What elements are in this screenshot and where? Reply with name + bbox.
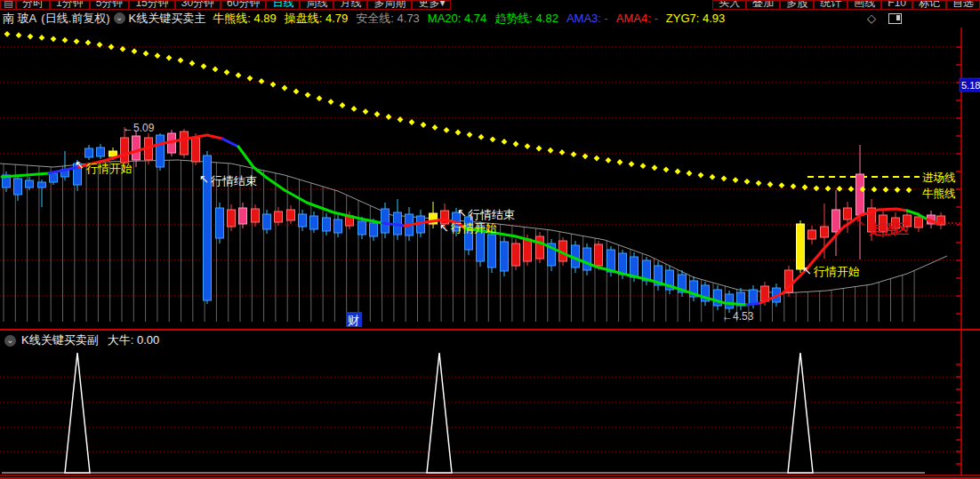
bull-bear-diamond — [594, 156, 600, 162]
bull-bear-diamond — [189, 60, 196, 67]
candle-body — [797, 224, 805, 269]
bull-bear-diamond — [767, 181, 774, 188]
candle-body — [844, 208, 852, 220]
bull-bear-diamond — [132, 48, 138, 54]
bull-bear-diamond — [293, 89, 300, 95]
candle-body — [121, 138, 129, 163]
candle-body — [85, 148, 93, 157]
candle-body — [832, 210, 840, 232]
bull-bear-diamond — [675, 169, 681, 175]
bull-bear-diamond — [895, 187, 901, 193]
annotation-label: 行情开始 — [85, 162, 133, 175]
candle-body — [26, 180, 34, 188]
bull-bear-diamond — [478, 134, 485, 140]
period-label: (日线.前复权) — [41, 11, 109, 27]
bull-bear-diamond — [629, 161, 635, 167]
candle-body — [619, 253, 627, 275]
bull-bear-diamond — [28, 34, 34, 40]
bull-bear-diamond — [363, 108, 369, 115]
bull-bear-diamond — [85, 39, 92, 45]
candle-body — [583, 248, 591, 270]
bull-bear-diamond — [51, 36, 57, 42]
bull-bear-diamond — [710, 174, 716, 180]
candle-body — [382, 209, 390, 233]
chart-canvas[interactable]: 5.18财进场线牛熊线←5.09←4.53↖行情开始↖行情结束↖行情结束↖行情开… — [0, 0, 980, 479]
diamond-icon[interactable]: ◇ — [867, 12, 876, 25]
candle-body — [252, 209, 260, 222]
bull-bear-diamond — [663, 166, 670, 172]
bull-bear-diamond — [62, 37, 68, 44]
candle-body — [109, 151, 117, 156]
sub-indicator-header: ⌄ K线关键买卖副 大牛: 0.00 — [0, 332, 159, 348]
annotation-arrow-icon: ↖ — [802, 264, 812, 277]
bull-bear-diamond — [571, 151, 577, 157]
candle-body — [821, 227, 829, 237]
bull-bear-diamond — [698, 172, 704, 179]
candle-body — [239, 208, 247, 224]
signal-spike — [427, 353, 452, 473]
bull-bear-diamond — [721, 175, 727, 181]
bull-bear-diamond — [467, 132, 473, 138]
bull-bear-diamond — [837, 186, 843, 192]
bull-bear-diamond — [16, 32, 22, 38]
bull-bear-diamond — [779, 182, 785, 188]
bull-bear-diamond — [386, 114, 392, 120]
trend-line — [747, 303, 760, 305]
indicator-value-MA20: MA20: 4.74 — [428, 12, 487, 25]
annotation-label: 行情开始 — [813, 265, 860, 278]
candle-body — [97, 148, 105, 156]
window-layout-icon[interactable] — [888, 13, 902, 24]
bull-bear-diamond — [74, 38, 80, 44]
candle-body — [524, 239, 532, 261]
candle-body — [275, 212, 283, 222]
chevron-down-icon[interactable]: ⌄ — [4, 335, 16, 347]
period-menu: ▤分时1分钟5分钟15分钟30分钟60分钟日线周线月线多周期更多▾ — [0, 0, 451, 9]
bull-bear-diamond — [733, 177, 739, 183]
bull-bear-diamond — [444, 127, 450, 133]
bull-bear-diamond — [432, 124, 438, 131]
bull-bear-diamond — [548, 148, 554, 154]
candle-body — [512, 243, 520, 266]
indicator-value-安全线: 安全线: 4.73 — [356, 12, 420, 25]
bull-bear-diamond — [802, 184, 808, 190]
annotation-arrow-icon: ↖ — [439, 221, 449, 235]
candle-body — [808, 230, 816, 239]
stock-name: 南 玻A — [3, 11, 36, 27]
indicator-value-趋势线: 趋势线: 4.82 — [494, 12, 558, 25]
bull-bear-diamond — [155, 52, 161, 59]
bull-bear-diamond — [108, 44, 115, 50]
bull-bear-diamond — [374, 111, 381, 117]
candle-body — [595, 244, 603, 266]
bull-bear-diamond — [247, 76, 253, 82]
indicator-value-AMA4: AMA4: - — [616, 12, 658, 25]
candle-body — [38, 182, 46, 188]
annotation-label: 走强区 — [868, 221, 909, 236]
annotation-label: 行情开始 — [450, 221, 497, 235]
bull-bear-diamond — [305, 92, 311, 98]
bull-bear-diamond — [640, 163, 647, 169]
chevron-down-icon[interactable]: ⌄ — [114, 12, 125, 24]
bull-bear-diamond — [906, 187, 912, 193]
trend-line — [238, 147, 382, 223]
annotation-arrow-icon: ↖ — [457, 206, 467, 220]
candle-body — [915, 217, 923, 228]
bull-bear-diamond — [455, 130, 462, 136]
bull-bear-diamond — [814, 185, 820, 191]
bull-bear-diamond — [39, 35, 45, 41]
signal-spike — [788, 353, 813, 473]
title-bar: 南 玻A (日线.前复权) ⌄ K线关键买卖主 牛熊线: 4.89操盘线: 4.… — [0, 9, 980, 28]
bull-bear-diamond — [328, 99, 334, 105]
bull-bear-diamond — [282, 85, 288, 92]
candle-body — [192, 138, 200, 162]
annotation-label: 行情结束 — [210, 174, 257, 188]
trend-line — [2, 173, 49, 177]
candle-body — [750, 290, 758, 304]
bull-bear-diamond — [178, 57, 184, 63]
candle-body — [358, 221, 366, 235]
bull-bear-diamond — [883, 187, 889, 193]
bull-bear-diamond — [513, 141, 519, 148]
candle-body — [14, 179, 22, 195]
bull-bear-diamond — [490, 136, 496, 142]
bull-bear-diamond — [224, 69, 230, 76]
candle-body — [228, 210, 236, 227]
